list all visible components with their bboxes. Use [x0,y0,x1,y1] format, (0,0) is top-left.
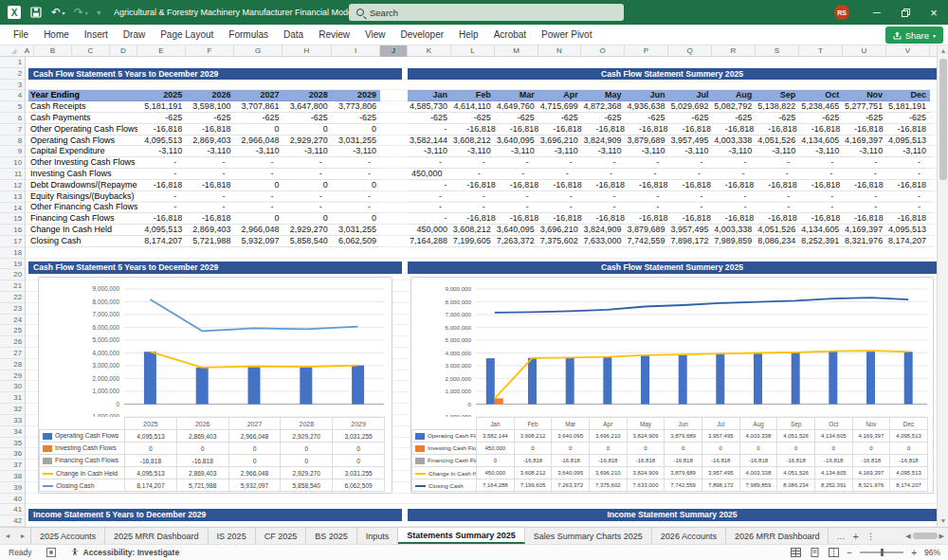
cell[interactable]: - [754,169,797,179]
statement-row-financing-cash-flows[interactable]: Financing Cash Flows-16,818-16,818000 [28,213,380,225]
cell[interactable]: -3,110 [799,146,843,156]
cell[interactable]: -3,110 [582,146,626,156]
cell[interactable]: - [137,157,186,168]
statement-row-other-operating-cash-flows[interactable]: --16,818-16,818-16,818-16,818-16,818-16,… [408,124,930,135]
ribbon-tab-file[interactable]: File [6,25,36,45]
cell[interactable]: 0 [283,180,332,190]
cell[interactable]: -16,818 [801,213,844,224]
cell[interactable]: - [582,157,626,168]
cell[interactable]: 4,051,526 [756,135,799,146]
cell[interactable]: -3,110 [408,146,451,156]
row-number-4[interactable]: 4 [0,90,26,101]
row-number-14[interactable]: 14 [0,203,26,214]
cell[interactable]: - [669,191,713,202]
redo-button[interactable]: ↷▾ [74,6,87,19]
cell[interactable]: 8,174,207 [137,236,186,246]
cell[interactable]: 4,649,760 [495,101,538,112]
cell[interactable]: -16,818 [801,180,844,190]
sheet-tab-cf-2025[interactable]: CF 2025 [256,528,307,544]
column-header-J[interactable]: J [380,45,408,57]
cell[interactable]: -16,818 [672,180,715,190]
cell[interactable]: -16,818 [542,213,585,224]
statement-header-row[interactable]: Year Ending20252026202720282029 [28,90,380,101]
column-header-B[interactable]: B [34,45,72,57]
restore-button[interactable] [891,0,920,25]
cell[interactable]: -625 [234,113,283,123]
cell[interactable]: - [137,169,186,179]
cell[interactable]: 7,989,859 [712,236,756,246]
cell[interactable]: -625 [538,113,582,123]
cell[interactable]: 3,608,212 [451,135,495,146]
cell[interactable]: -625 [408,113,451,123]
row-number-29[interactable]: 29 [0,370,26,382]
sheet-tab-is-2025[interactable]: IS 2025 [209,528,256,544]
cell[interactable]: 3,640,095 [495,135,538,146]
column-header-L[interactable]: L [451,45,495,57]
cell[interactable]: 4,169,397 [843,135,886,146]
cell[interactable]: - [137,202,186,212]
row-number-26[interactable]: 26 [0,336,26,348]
cell[interactable]: -16,818 [844,213,886,224]
cell[interactable]: -16,818 [715,213,757,224]
cell[interactable]: - [710,169,754,179]
cell[interactable]: 8,086,234 [756,236,799,246]
cell[interactable]: 5,181,191 [886,101,930,112]
chart-section-header-left[interactable]: Cash Flow Statement 5 Years to December … [28,262,402,274]
row-label[interactable]: Other Operating Cash Flows [28,124,137,135]
cell[interactable]: -625 [582,113,626,123]
cell[interactable]: 5,238,465 [799,101,843,112]
cell[interactable]: 2,869,403 [186,225,234,235]
row-number-37[interactable]: 37 [0,460,26,471]
period-header-cell[interactable]: 2027 [234,90,283,100]
sheet-tab-statements-summary-2025[interactable]: Statements Summary 2025 [398,528,525,544]
cell[interactable]: 4,134,605 [799,135,843,146]
statement-row-cash-payments[interactable]: Cash Payments-625-625-625-625-625 [28,113,380,124]
cell[interactable]: - [408,180,456,190]
cell[interactable]: - [538,202,582,212]
cell[interactable]: 7,375,602 [538,236,582,246]
minimize-button[interactable]: ─ [863,0,891,25]
section-header-income-5y[interactable]: Income Statement 5 Years to December 202… [28,509,402,521]
cell[interactable]: -16,818 [672,213,715,224]
section-header-cashflow-summary[interactable]: Cash Flow Statement Summery 2025 [408,68,937,80]
cell[interactable]: 2,929,270 [283,225,332,235]
more-sheets-icon[interactable]: … [836,532,845,541]
cell[interactable]: -3,110 [451,146,495,156]
row-label[interactable]: Equity Raisings/(Buybacks) [28,191,137,202]
cell[interactable]: 5,721,988 [186,236,234,246]
cell[interactable]: - [408,213,456,224]
cell[interactable]: 8,174,207 [886,236,930,246]
cell[interactable]: -625 [756,113,799,123]
cell[interactable]: -16,818 [672,124,715,135]
cell[interactable]: -16,818 [715,124,757,135]
row-label[interactable]: Other Financing Cash Flows [28,202,137,212]
row-number-16[interactable]: 16 [0,225,26,236]
cell[interactable]: 2,869,403 [186,135,234,146]
cell[interactable]: -16,818 [887,180,930,190]
column-header-P[interactable]: P [625,45,668,57]
vertical-scrollbar[interactable]: ▲ ▼ [937,45,948,527]
row-number-13[interactable]: 13 [0,191,26,203]
cell[interactable]: - [234,202,283,212]
cell[interactable]: - [451,191,495,202]
cell[interactable]: - [843,157,886,168]
row-number-15[interactable]: 15 [0,213,26,225]
cell[interactable]: -16,818 [629,180,671,190]
ribbon-tab-acrobat[interactable]: Acrobat [486,25,534,45]
row-number-19[interactable]: 19 [0,259,26,270]
cell[interactable]: 2,966,048 [234,225,283,235]
section-header-cashflow-5y[interactable]: Cash Flow Statement 5 Years to December … [28,68,402,80]
cell[interactable]: - [495,202,538,212]
statement-row-investing-cash-flows[interactable]: 450,000----------- [408,169,930,180]
cell[interactable]: -16,818 [887,124,930,135]
cell[interactable]: - [408,124,456,135]
row-number-22[interactable]: 22 [0,292,26,303]
cell[interactable]: -16,818 [629,124,671,135]
cell[interactable]: 4,003,338 [712,225,756,235]
cell[interactable]: - [886,191,930,202]
cell[interactable]: -625 [451,113,495,123]
ribbon-tab-power-pivot[interactable]: Power Pivot [534,25,599,45]
page-break-preview-icon[interactable] [828,548,839,558]
cell[interactable]: - [799,157,843,168]
cell[interactable]: - [186,202,234,212]
